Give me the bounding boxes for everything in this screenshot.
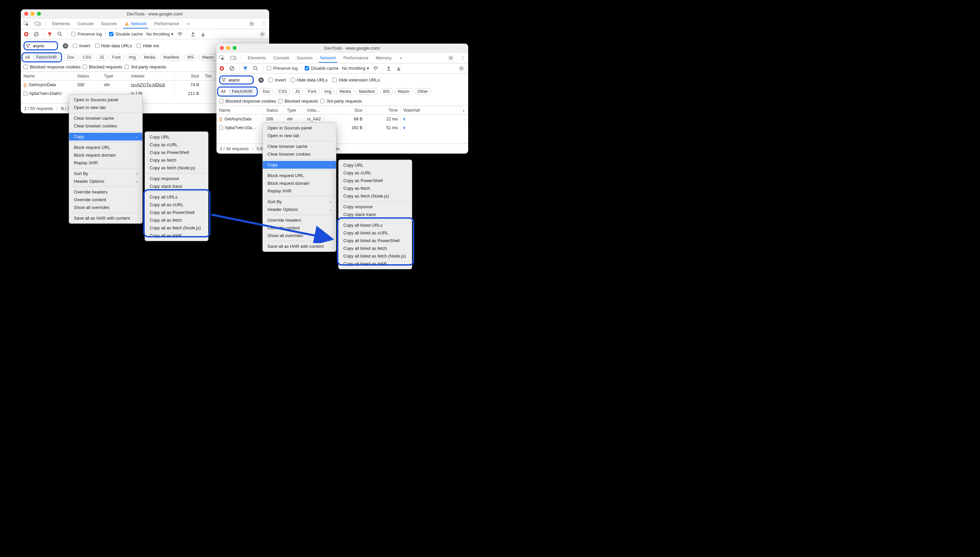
menu-item[interactable]: Block request URL xyxy=(263,172,336,179)
settings-icon[interactable] xyxy=(249,21,256,26)
menu-item[interactable]: Copy as PowerShell xyxy=(145,148,208,156)
menu-item[interactable]: Copy all listed as HAR xyxy=(339,260,412,268)
menu-item[interactable]: Open in new tab xyxy=(69,104,142,111)
menu-item[interactable]: Replay XHR xyxy=(263,187,336,195)
network-conditions-icon[interactable] xyxy=(177,32,184,37)
pill-font[interactable]: Font xyxy=(109,54,124,61)
maximize-button[interactable] xyxy=(37,12,41,16)
pill-js[interactable]: JS xyxy=(96,54,108,61)
close-button[interactable] xyxy=(220,46,224,50)
hide-ext-urls-checkbox[interactable]: Hide extension URLs xyxy=(332,77,380,83)
table-row[interactable]: hpba?vet=10a… 192 B 51 ms xyxy=(216,124,468,132)
menu-item[interactable]: Copy as cURL xyxy=(339,169,412,177)
menu-item[interactable]: Copy› xyxy=(69,133,142,140)
clear-icon[interactable] xyxy=(229,66,236,71)
search-icon[interactable] xyxy=(57,31,64,37)
menu-item[interactable]: Show all overrides xyxy=(69,204,142,211)
device-toggle-icon[interactable] xyxy=(34,20,41,27)
menu-item[interactable]: Copy as PowerShell xyxy=(339,177,412,184)
third-party-checkbox[interactable]: 3rd-party requests xyxy=(124,64,167,69)
menu-item[interactable]: Override headers xyxy=(69,188,142,196)
menu-item[interactable]: Copy stack trace xyxy=(145,182,208,190)
context-menu-left[interactable]: Open in Sources panelOpen in new tabClea… xyxy=(69,94,143,224)
preserve-log-checkbox[interactable]: Preserve log xyxy=(267,66,298,71)
pill-fetch-xhr[interactable]: Fetch/XHR xyxy=(229,88,255,95)
pill-other[interactable]: Other xyxy=(415,88,431,95)
col-size[interactable]: Size xyxy=(325,107,366,114)
menu-item[interactable]: Clear browser cache xyxy=(69,114,142,122)
col-initiator[interactable]: Initia… xyxy=(304,107,325,114)
menu-item[interactable]: Save all as HAR with content xyxy=(69,214,142,222)
menu-item[interactable]: Copy all as fetch xyxy=(145,216,208,224)
menu-item[interactable]: Open in Sources panel xyxy=(69,96,142,104)
minimize-button[interactable] xyxy=(226,46,230,50)
menu-item[interactable]: Copy as fetch xyxy=(145,156,208,164)
maximize-button[interactable] xyxy=(233,46,237,50)
record-icon[interactable] xyxy=(23,31,30,37)
col-name[interactable]: Name xyxy=(216,107,263,114)
pill-wasm[interactable]: Wasm xyxy=(395,88,412,95)
menu-item[interactable]: Save all as HAR with content xyxy=(263,243,336,250)
pill-manifest[interactable]: Manifest xyxy=(356,88,377,95)
tab-performance[interactable]: Performance xyxy=(153,19,180,28)
menu-item[interactable]: Copy all as fetch (Node.js) xyxy=(145,224,208,232)
pill-all[interactable]: All xyxy=(24,54,31,60)
menu-item[interactable]: Copy URL xyxy=(339,161,412,169)
col-status[interactable]: Status xyxy=(263,107,284,114)
pill-all[interactable]: All xyxy=(219,88,227,94)
menu-item[interactable]: Open in new tab xyxy=(263,132,336,140)
pill-manifest[interactable]: Manifest xyxy=(160,54,182,61)
third-party-checkbox[interactable]: 3rd-party requests xyxy=(320,99,362,104)
filter-input[interactable] xyxy=(32,43,56,49)
menu-item[interactable]: Copy all as cURL xyxy=(145,201,208,208)
menu-item[interactable]: Copy all listed URLs xyxy=(339,221,412,229)
col-initiator[interactable]: Initiator xyxy=(128,72,175,80)
device-toggle-icon[interactable] xyxy=(230,55,237,61)
col-type[interactable]: Type xyxy=(101,72,128,80)
tab-sources[interactable]: Sources xyxy=(100,19,118,28)
menu-item[interactable]: Copy all listed as cURL xyxy=(339,229,412,237)
menu-item[interactable]: Copy all as PowerShell xyxy=(145,208,208,216)
upload-har-icon[interactable] xyxy=(386,66,393,71)
col-size[interactable]: Size xyxy=(175,72,202,80)
pill-ws[interactable]: WS xyxy=(184,54,197,61)
menu-item[interactable]: Replay XHR xyxy=(69,159,142,167)
col-waterfall[interactable]: Waterfall▲ xyxy=(401,107,468,114)
col-name[interactable]: Name xyxy=(21,72,75,80)
invert-checkbox[interactable]: Invert xyxy=(73,43,90,48)
menu-item[interactable]: Sort By› xyxy=(69,170,142,178)
more-menu-icon[interactable]: ⋮ xyxy=(459,55,466,60)
disable-cache-checkbox[interactable]: Disable cache xyxy=(109,31,143,37)
menu-item[interactable]: Copy as cURL xyxy=(145,141,208,148)
throttling-select[interactable]: No throttling ▾ xyxy=(342,66,369,71)
hide-data-urls-checkbox[interactable]: Hide data URLs xyxy=(95,43,132,48)
settings-icon[interactable] xyxy=(448,55,455,61)
menu-item[interactable]: Copy all listed as fetch (Node.js) xyxy=(339,252,412,260)
filter-toggle-icon[interactable] xyxy=(243,66,250,71)
inspect-icon[interactable] xyxy=(219,55,225,61)
network-settings-icon[interactable] xyxy=(459,66,466,71)
table-row[interactable]: {}GetAsyncData 200 xhr rs_AA2 68 B 22 ms xyxy=(216,115,468,124)
disable-cache-checkbox[interactable]: Disable cache xyxy=(305,66,339,71)
menu-item[interactable]: Clear browser cookies xyxy=(263,150,336,158)
menu-item[interactable]: Copy stack trace xyxy=(339,210,412,218)
menu-item[interactable]: Clear browser cookies xyxy=(69,122,142,130)
record-icon[interactable] xyxy=(219,66,226,71)
col-status[interactable]: Status xyxy=(75,72,101,80)
tab-elements[interactable]: Elements xyxy=(247,53,267,62)
blocked-cookies-checkbox[interactable]: Blocked response cookies xyxy=(219,99,276,104)
inspect-icon[interactable] xyxy=(23,20,29,27)
more-tabs-icon[interactable]: » xyxy=(185,21,192,26)
hide-data-urls-checkbox[interactable]: Hide data URLs xyxy=(291,77,328,83)
tab-sources[interactable]: Sources xyxy=(296,53,314,62)
context-submenu-left[interactable]: Copy URLCopy as cURLCopy as PowerShellCo… xyxy=(145,132,208,241)
pill-wasm[interactable]: Wasm xyxy=(199,54,217,61)
pill-ws[interactable]: WS xyxy=(380,88,393,95)
filter-toggle-icon[interactable] xyxy=(47,32,54,37)
more-tabs-icon[interactable]: » xyxy=(398,55,404,60)
tab-memory[interactable]: Memory xyxy=(374,53,393,62)
clear-icon[interactable] xyxy=(34,31,40,37)
tab-performance[interactable]: Performance xyxy=(342,53,369,62)
clear-filter-icon[interactable]: ✕ xyxy=(258,77,264,83)
blocked-requests-checkbox[interactable]: Blocked requests xyxy=(83,64,122,69)
